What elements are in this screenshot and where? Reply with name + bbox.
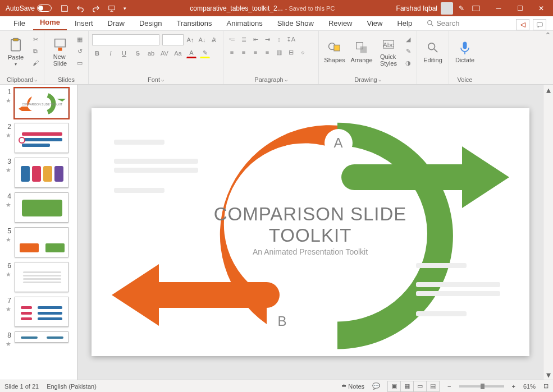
redo-icon[interactable] [90, 2, 102, 15]
save-icon[interactable] [58, 2, 71, 15]
scroll-up-icon[interactable]: ▴ [543, 85, 553, 95]
shape-effects-icon[interactable]: ◑ [403, 58, 413, 68]
zoom-out-icon[interactable]: − [447, 383, 451, 390]
italic-icon[interactable]: I [106, 48, 116, 58]
align-center-icon[interactable]: ≡ [239, 47, 249, 57]
tab-help[interactable]: Help [390, 17, 419, 30]
tab-review[interactable]: Review [322, 17, 359, 30]
underline-icon[interactable]: U [119, 48, 129, 58]
collapse-ribbon-icon[interactable]: ⌃ [543, 31, 553, 85]
highlight-icon[interactable]: ✎ [200, 48, 210, 58]
bullets-icon[interactable]: ≔ [227, 34, 237, 44]
justify-icon[interactable]: ≡ [262, 47, 272, 57]
thumbnail-2[interactable] [15, 123, 68, 153]
cut-icon[interactable]: ✂ [30, 34, 40, 44]
numbering-icon[interactable]: ≣ [239, 34, 249, 44]
reading-view-icon[interactable]: ▭ [413, 381, 427, 392]
comments-icon[interactable]: 💬 [372, 382, 380, 390]
slide-thumbnails[interactable]: 1★ COMPARISON SLIDE TOOLKIT 2★ 3★ 4★ 5★ … [0, 85, 77, 380]
tools-icon[interactable]: ✎ [456, 2, 467, 15]
minimize-button[interactable]: ─ [489, 4, 508, 12]
svg-rect-15 [463, 42, 467, 49]
quick-styles-button[interactable]: Abc Quick Styles [376, 33, 401, 70]
dictate-button[interactable]: Dictate [453, 33, 477, 70]
tab-insert[interactable]: Insert [68, 17, 100, 30]
align-right-icon[interactable]: ≡ [250, 47, 260, 57]
indent-dec-icon[interactable]: ⇤ [250, 34, 260, 44]
language-indicator[interactable]: English (Pakistan) [47, 383, 97, 390]
close-button[interactable]: ✕ [532, 4, 551, 12]
normal-view-icon[interactable]: ▣ [387, 381, 401, 392]
tab-draw[interactable]: Draw [101, 17, 131, 30]
paste-button[interactable]: Paste▾ [3, 33, 28, 70]
shape-outline-icon[interactable]: ✎ [403, 46, 413, 56]
thumbnail-3[interactable] [15, 158, 68, 188]
fit-window-icon[interactable]: ⊡ [543, 382, 549, 390]
decrease-font-icon[interactable]: A↓ [197, 35, 207, 45]
clear-format-icon[interactable]: A̷ [209, 35, 219, 45]
qat-more-icon[interactable]: ▾ [121, 2, 129, 15]
shapes-button[interactable]: Shapes [322, 33, 347, 70]
text-direction-icon[interactable]: ↧A [286, 34, 296, 44]
tab-view[interactable]: View [360, 17, 390, 30]
editing-button[interactable]: Editing [421, 33, 445, 70]
autosave-toggle[interactable]: AutoSave [2, 4, 55, 12]
bold-icon[interactable]: B [92, 48, 102, 58]
tab-file[interactable]: File [7, 17, 32, 30]
user-account[interactable]: Farshad Iqbal [396, 2, 453, 15]
thumbnail-8[interactable] [15, 331, 68, 343]
undo-icon[interactable] [74, 2, 86, 15]
smartart-icon[interactable]: ⟐ [298, 47, 308, 57]
spacing-icon[interactable]: AV [159, 48, 170, 58]
ribbon-display-icon[interactable] [470, 2, 482, 15]
align-text-icon[interactable]: ⊟ [286, 47, 296, 57]
vertical-scrollbar[interactable]: ▴ ▾ [543, 85, 553, 380]
font-size-select[interactable] [162, 34, 184, 45]
section-icon[interactable]: ▭ [75, 58, 85, 68]
sorter-view-icon[interactable]: ▦ [400, 381, 414, 392]
tab-animations[interactable]: Animations [220, 17, 269, 30]
thumbnail-6[interactable] [15, 262, 68, 292]
new-slide-button[interactable]: New Slide [48, 33, 72, 70]
svg-rect-0 [109, 6, 115, 10]
scroll-down-icon[interactable]: ▾ [543, 370, 553, 380]
zoom-slider[interactable] [459, 385, 504, 388]
slideshow-start-icon[interactable] [106, 2, 118, 15]
zoom-level[interactable]: 61% [523, 383, 536, 390]
format-painter-icon[interactable]: 🖌 [30, 58, 40, 68]
share-button[interactable] [516, 19, 529, 30]
thumbnail-1[interactable]: COMPARISON SLIDE TOOLKIT [15, 88, 68, 118]
maximize-button[interactable]: ☐ [510, 4, 529, 12]
indent-inc-icon[interactable]: ⇥ [262, 34, 272, 44]
workspace: 1★ COMPARISON SLIDE TOOLKIT 2★ 3★ 4★ 5★ … [0, 85, 553, 380]
align-left-icon[interactable]: ≡ [227, 47, 237, 57]
arrange-button[interactable]: Arrange [349, 33, 374, 70]
shape-fill-icon[interactable]: ◢ [403, 34, 413, 44]
tab-slideshow[interactable]: Slide Show [271, 17, 321, 30]
search-icon [427, 20, 434, 27]
thumbnail-4[interactable] [15, 192, 68, 223]
increase-font-icon[interactable]: A↑ [185, 35, 195, 45]
slideshow-view-icon[interactable]: ▤ [426, 381, 440, 392]
reset-icon[interactable]: ↺ [75, 46, 85, 56]
thumbnail-7[interactable] [15, 297, 68, 327]
font-family-select[interactable] [92, 34, 159, 45]
zoom-in-icon[interactable]: + [512, 383, 515, 390]
ribbon: Paste▾ ✂ ⧉ 🖌 Clipboard ⌵ New Slide ▦ ↺ ▭… [0, 31, 543, 85]
slide-canvas[interactable]: A B COMPARISON SLIDE TOOLKIT An Animated… [77, 85, 543, 380]
case-icon[interactable]: Aa [173, 48, 183, 58]
font-color-icon[interactable]: A [186, 48, 196, 58]
shadow-icon[interactable]: ab [146, 48, 156, 58]
comments-button[interactable] [533, 19, 546, 30]
notes-button[interactable]: ≐ Notes [341, 382, 364, 390]
strike-icon[interactable]: S̶ [132, 48, 143, 58]
columns-icon[interactable]: ▥ [274, 47, 284, 57]
layout-icon[interactable]: ▦ [75, 34, 85, 44]
search-box[interactable]: Search [420, 17, 466, 30]
line-spacing-icon[interactable]: ↕ [274, 34, 284, 44]
copy-icon[interactable]: ⧉ [30, 46, 40, 56]
thumbnail-5[interactable] [15, 227, 68, 257]
tab-home[interactable]: Home [33, 16, 67, 30]
tab-design[interactable]: Design [132, 17, 168, 30]
tab-transitions[interactable]: Transitions [170, 17, 218, 30]
